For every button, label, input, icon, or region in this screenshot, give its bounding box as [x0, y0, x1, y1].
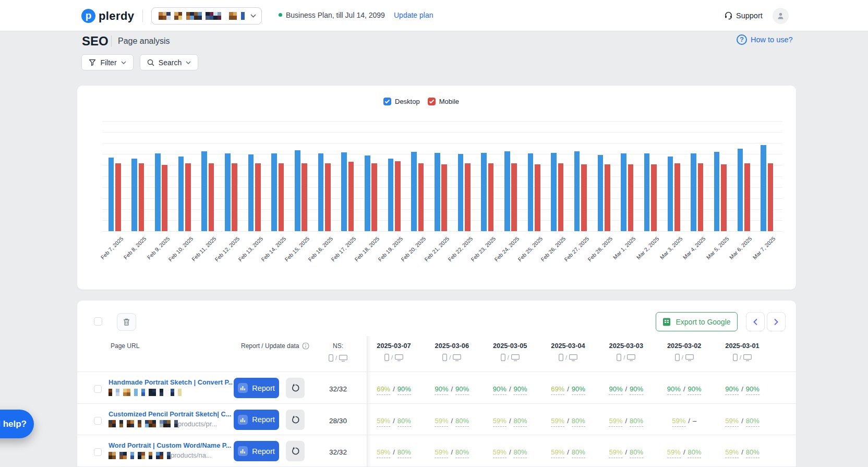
chart-bar-desktop[interactable] — [388, 159, 394, 231]
score-link[interactable]: 90% — [514, 385, 527, 395]
chart-bar-desktop[interactable] — [714, 152, 720, 231]
chart-bar-mobile[interactable] — [279, 163, 284, 231]
score-link[interactable]: 80% — [455, 448, 469, 458]
report-button[interactable]: Report — [234, 441, 279, 461]
chart-bar-mobile[interactable] — [535, 164, 540, 231]
chart-bar-mobile[interactable] — [674, 163, 680, 231]
how-to-use-link[interactable]: ? How to use? — [737, 34, 793, 45]
score-link[interactable]: 80% — [397, 417, 411, 427]
refresh-button[interactable] — [286, 378, 305, 398]
score-link[interactable]: 59% — [609, 417, 622, 427]
score-link[interactable]: 80% — [630, 448, 643, 458]
support-button[interactable]: Support — [724, 11, 763, 20]
chart-bar-desktop[interactable] — [458, 154, 464, 231]
score-link[interactable]: 80% — [688, 448, 702, 458]
score-link[interactable]: 90% — [688, 385, 702, 395]
score-link[interactable]: 80% — [572, 448, 585, 458]
chart-bar-mobile[interactable] — [628, 164, 634, 231]
row-checkbox[interactable] — [94, 385, 102, 393]
export-to-google-button[interactable]: Export to Google — [656, 312, 738, 331]
chart-bar-desktop[interactable] — [108, 158, 114, 231]
score-link[interactable]: 59% — [725, 448, 739, 458]
score-link[interactable]: 90% — [725, 385, 739, 395]
score-link[interactable]: 90% — [455, 385, 469, 395]
chart-bar-mobile[interactable] — [465, 163, 471, 231]
score-link[interactable]: 69% — [377, 385, 390, 395]
delete-button[interactable] — [117, 313, 136, 331]
score-link[interactable]: 80% — [572, 417, 585, 427]
row-checkbox[interactable] — [94, 417, 102, 425]
chart-bar-desktop[interactable] — [668, 157, 673, 231]
chart-bar-mobile[interactable] — [721, 164, 727, 231]
chart-bar-desktop[interactable] — [225, 153, 231, 231]
chart-bar-mobile[interactable] — [488, 163, 494, 231]
score-link[interactable]: 80% — [455, 417, 469, 427]
chart-bar-desktop[interactable] — [598, 155, 604, 231]
score-link[interactable]: 90% — [397, 385, 411, 395]
update-plan-link[interactable]: Update plan — [394, 11, 433, 19]
score-link[interactable]: 90% — [572, 385, 585, 395]
chart-bar-desktop[interactable] — [481, 153, 487, 231]
chart-bar-mobile[interactable] — [232, 163, 237, 231]
score-link[interactable]: 59% — [377, 417, 390, 427]
score-link[interactable]: 59% — [493, 448, 507, 458]
chart-bar-mobile[interactable] — [371, 163, 377, 231]
chart-bar-desktop[interactable] — [271, 153, 277, 231]
chart-bar-mobile[interactable] — [441, 164, 447, 231]
chart-bar-mobile[interactable] — [511, 163, 517, 231]
refresh-button[interactable] — [286, 441, 305, 461]
score-link[interactable]: 80% — [630, 417, 643, 427]
score-link[interactable]: 59% — [667, 448, 681, 458]
score-link[interactable]: 59% — [551, 417, 564, 427]
chart-bar-mobile[interactable] — [209, 163, 214, 231]
chart-bar-mobile[interactable] — [698, 163, 704, 231]
score-link[interactable]: 59% — [435, 448, 448, 458]
help-chat-bubble[interactable]: Need help? — [0, 410, 34, 438]
report-button[interactable]: Report — [234, 378, 279, 398]
chart-bar-desktop[interactable] — [365, 155, 370, 231]
chart-bar-mobile[interactable] — [115, 163, 121, 231]
chart-bar-mobile[interactable] — [255, 163, 261, 231]
score-link[interactable]: 59% — [377, 448, 390, 458]
score-link[interactable]: 80% — [514, 417, 527, 427]
chart-bar-desktop[interactable] — [318, 153, 324, 231]
search-button[interactable]: Search — [140, 54, 198, 70]
chart-bar-mobile[interactable] — [768, 163, 774, 231]
site-selector-dropdown[interactable] — [151, 7, 262, 25]
chart-bar-desktop[interactable] — [435, 153, 440, 231]
chart-bar-mobile[interactable] — [185, 163, 191, 231]
score-link[interactable]: 59% — [551, 448, 564, 458]
chart-bar-desktop[interactable] — [574, 151, 580, 231]
chart-bar-desktop[interactable] — [178, 157, 184, 231]
score-link[interactable]: 59% — [672, 417, 685, 427]
page-title-link[interactable]: Handmade Portrait Sketch | Convert P... — [108, 378, 233, 386]
page-title-link[interactable]: Word Portrait | Custom Word/Name P... — [108, 441, 231, 449]
chart-bar-desktop[interactable] — [201, 151, 207, 231]
chart-bar-mobile[interactable] — [418, 163, 424, 231]
chart-bar-desktop[interactable] — [551, 153, 557, 231]
chart-bar-desktop[interactable] — [621, 153, 626, 231]
chart-bar-desktop[interactable] — [248, 154, 254, 231]
score-link[interactable]: 90% — [493, 385, 507, 395]
score-link[interactable]: 90% — [667, 385, 681, 395]
score-link[interactable]: 59% — [725, 417, 739, 427]
chart-bar-mobile[interactable] — [581, 164, 587, 231]
chart-bar-mobile[interactable] — [744, 163, 750, 231]
row-checkbox[interactable] — [94, 448, 102, 456]
chart-bar-desktop[interactable] — [691, 153, 696, 231]
chart-bar-mobile[interactable] — [651, 164, 657, 231]
score-link[interactable]: 80% — [746, 417, 760, 427]
score-link[interactable]: 80% — [514, 448, 527, 458]
chart-bar-mobile[interactable] — [302, 163, 307, 231]
score-link[interactable]: 80% — [397, 448, 411, 458]
prev-page-button[interactable] — [746, 312, 765, 331]
select-all-checkbox[interactable] — [94, 317, 102, 326]
score-link[interactable]: 59% — [609, 448, 622, 458]
score-link[interactable]: 90% — [609, 385, 622, 395]
score-link[interactable]: 90% — [746, 385, 760, 395]
chart-bar-mobile[interactable] — [395, 161, 401, 231]
score-link[interactable]: 90% — [435, 385, 448, 395]
chart-bar-mobile[interactable] — [348, 162, 354, 231]
next-page-button[interactable] — [767, 312, 786, 331]
score-link[interactable]: 59% — [493, 417, 507, 427]
